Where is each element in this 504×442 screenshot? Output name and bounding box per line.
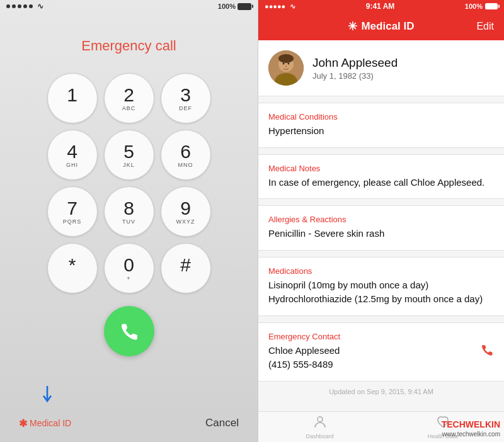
medical-conditions-value: Hypertension [268,124,494,139]
watermark: TECHWELKIN www.techwelkin.com [442,419,500,438]
bottom-bar-left: ✱ Medical ID Cancel [0,417,258,429]
phone-icon [118,320,140,342]
dial-btn-6[interactable]: 6 MNO [161,130,211,180]
svg-point-6 [318,417,323,422]
medical-notes-section: Medical Notes In case of emergency, plea… [258,154,504,200]
profile-dob: July 1, 1982 (33) [312,71,398,81]
allergies-value: Penicillin - Severe skin rash [268,227,494,241]
emergency-contact-label: Emergency Contact [268,332,340,341]
avatar [268,50,304,86]
dial-btn-2[interactable]: 2 ABC [104,73,154,123]
profile-info: John Appleseed July 1, 1982 (33) [312,56,398,81]
dial-btn-star[interactable]: * [47,243,98,293]
profile-name: John Appleseed [312,56,398,70]
battery-right: 100% [465,3,498,10]
edit-button[interactable]: Edit [476,21,494,32]
call-button[interactable] [104,306,154,356]
dialpad: 1 2 ABC 3 DEF 4 GHI 5 JKL 6 MNO 7 PQRS 8 [47,73,211,293]
svg-point-3 [278,54,294,63]
medical-id-header: ✳ Medical ID Edit [258,13,504,40]
wifi-right-icon: ∿ [290,3,295,11]
emergency-contact-phone: (415) 555-8489 [268,358,340,372]
medications-value: Lisinopril (10mg by mouth once a day)Hyd… [268,278,494,307]
medications-label: Medications [268,266,494,276]
svg-point-4 [283,63,285,65]
medical-id-content: John Appleseed July 1, 1982 (33) Medical… [258,40,504,411]
medical-conditions-section: Medical Conditions Hypertension [258,103,504,148]
tab-bar-container: Dashboard Health Data TECHWELKIN www.tec… [258,411,504,442]
status-bar-left: ∿ 100% [0,0,258,13]
cancel-button[interactable]: Cancel [205,417,239,429]
dashboard-icon [313,415,327,432]
medical-notes-label: Medical Notes [268,164,494,173]
emergency-title: Emergency call [81,38,176,54]
tab-dashboard[interactable]: Dashboard [258,415,381,439]
signal-indicator [6,4,33,8]
signal-right: ●●●●● [265,3,285,10]
emergency-contact-name: Chloe Appleseed [268,344,340,358]
dial-btn-7[interactable]: 7 PQRS [47,186,98,237]
dashboard-label: Dashboard [306,433,333,439]
medical-conditions-label: Medical Conditions [268,112,494,122]
avatar-image [268,50,304,86]
emergency-contact-section: Emergency Contact Chloe Appleseed (415) … [258,322,504,382]
signal-wifi-right: ●●●●● ∿ [265,3,295,11]
dial-btn-4[interactable]: 4 GHI [47,130,98,180]
svg-point-5 [288,63,290,65]
clock-right: 9:41 AM [366,2,395,11]
down-arrow [41,386,54,407]
dial-btn-9[interactable]: 9 WXYZ [161,186,211,237]
updated-timestamp: Updated on Sep 9, 2015, 9:41 AM [258,382,504,399]
dial-btn-3[interactable]: 3 DEF [161,73,211,123]
profile-section: John Appleseed July 1, 1982 (33) [258,40,504,96]
asterisk-icon: ✱ [19,417,27,429]
allergies-label: Allergies & Reactions [268,215,494,224]
dial-btn-8[interactable]: 8 TUV [104,186,154,237]
dial-btn-5[interactable]: 5 JKL [104,130,154,180]
phone-call-icon[interactable] [480,332,494,360]
medical-id-button[interactable]: ✱ Medical ID [19,417,71,429]
header-title: ✳ Medical ID [348,20,414,33]
dial-btn-hash[interactable]: # [161,243,211,293]
status-bar-right: ●●●●● ∿ 9:41 AM 100% [258,0,504,13]
dial-btn-0[interactable]: 0 + [104,243,154,293]
medical-id-panel: ●●●●● ∿ 9:41 AM 100% ✳ Medical ID Edit [258,0,504,442]
allergies-section: Allergies & Reactions Penicillin - Sever… [258,205,504,251]
call-button-row [104,306,154,356]
medications-section: Medications Lisinopril (10mg by mouth on… [258,257,504,316]
dial-btn-1[interactable]: 1 [47,73,98,123]
medical-notes-value: In case of emergency, please call Chloe … [268,176,494,190]
battery-icon-left [238,3,251,10]
battery-icon-right [485,3,498,9]
emergency-dialer-panel: ∿ 100% Emergency call 1 2 ABC 3 DEF 4 GH… [0,0,258,442]
battery-indicator-left: 100% [218,3,251,10]
snowflake-icon: ✳ [348,20,357,33]
medical-id-label: Medical ID [30,418,71,428]
wifi-icon: ∿ [37,2,43,11]
